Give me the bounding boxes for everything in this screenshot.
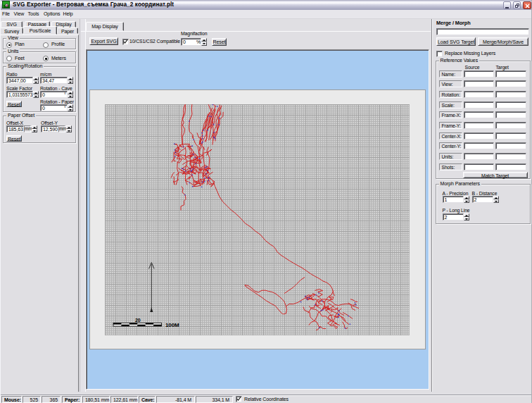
- svg-text:20: 20: [135, 317, 141, 322]
- svg-text:100M: 100M: [165, 322, 179, 328]
